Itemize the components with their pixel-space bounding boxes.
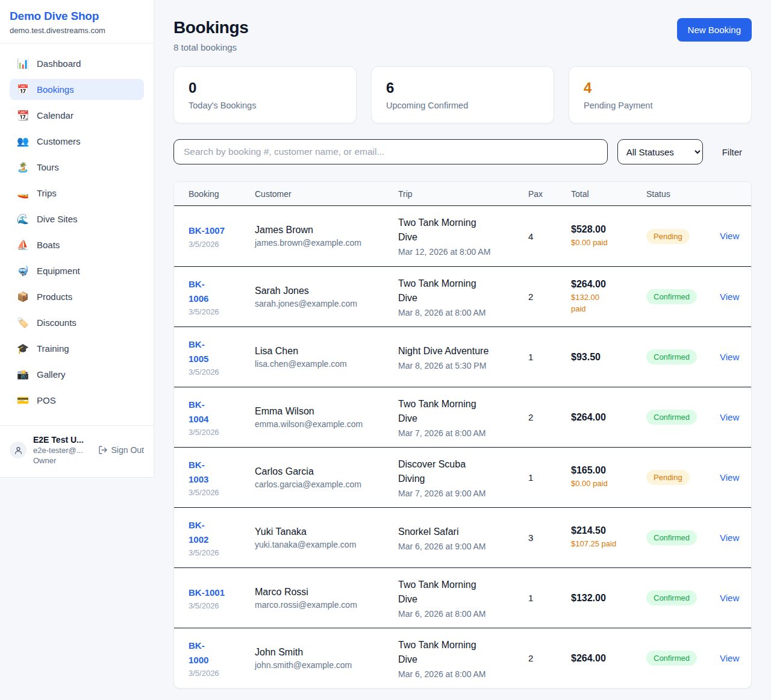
stat-card-todays-bookings: 0 Today's Bookings	[173, 66, 357, 123]
customer-cell: Marco Rossi marco.rossi@example.com	[255, 587, 398, 610]
sidebar-item-dashboard[interactable]: 📊 Dashboard	[10, 53, 144, 74]
sidebar-item-discounts[interactable]: 🏷️ Discounts	[10, 312, 144, 333]
stat-value: 4	[584, 80, 737, 96]
status-cell: Confirmed	[646, 530, 720, 545]
sign-out-label: Sign Out	[111, 445, 144, 455]
trip-name: Night Dive Adventure	[398, 344, 528, 358]
sidebar-item-boats[interactable]: ⛵ Boats	[10, 234, 144, 255]
trip-cell: Discover Scuba Diving Mar 7, 2026 at 9:0…	[398, 457, 528, 498]
booking-id-link[interactable]: BK- 1003	[189, 458, 208, 486]
status-select[interactable]: All Statuses	[617, 139, 703, 164]
booking-id-link[interactable]: BK- 1000	[189, 639, 208, 667]
sidebar-nav: 📊 Dashboard 📅 Bookings 📆 Calendar 👥 Cust…	[0, 43, 154, 420]
trip-datetime: Mar 6, 2026 at 8:00 AM	[398, 669, 528, 679]
customer-email: carlos.garcia@example.com	[255, 480, 398, 489]
trip-datetime: Mar 8, 2026 at 5:30 PM	[398, 361, 528, 370]
status-badge: Confirmed	[646, 410, 697, 425]
customer-name: Marco Rossi	[255, 587, 398, 598]
status-badge: Confirmed	[646, 530, 697, 545]
view-link[interactable]: View	[720, 412, 739, 422]
sidebar-item-training[interactable]: 🎓 Training	[10, 338, 144, 359]
log-out-icon	[98, 445, 108, 455]
page-title: Bookings	[173, 18, 248, 37]
booking-cell: BK-1007 3/5/2026	[189, 223, 255, 248]
view-link[interactable]: View	[720, 533, 739, 543]
customer-name: James Brown	[255, 225, 398, 236]
package-icon: 📦	[17, 291, 29, 302]
status-cell: Confirmed	[646, 349, 720, 364]
trip-name: Two Tank Morning Dive	[398, 638, 528, 667]
view-link[interactable]: View	[720, 352, 739, 362]
customer-name: Sarah Jones	[255, 286, 398, 296]
stat-value: 6	[386, 80, 539, 96]
trip-name: Discover Scuba Diving	[398, 457, 528, 486]
booking-cell: BK- 1004 3/5/2026	[189, 398, 255, 437]
page-subtitle: 8 total bookings	[173, 42, 248, 52]
brand-name: Demo Dive Shop	[10, 10, 144, 23]
sidebar-item-pos[interactable]: 💳 POS	[10, 390, 144, 411]
booking-id-link[interactable]: BK- 1002	[189, 518, 208, 546]
avatar	[10, 442, 27, 458]
sidebar-item-calendar[interactable]: 📆 Calendar	[10, 105, 144, 126]
customer-email: lisa.chen@example.com	[255, 359, 398, 369]
tag-icon: 🏷️	[17, 317, 29, 328]
status-cell: Confirmed	[646, 590, 720, 605]
total-cell: $264.00	[571, 412, 646, 423]
column-header-status: Status	[646, 189, 720, 199]
total-amount: $132.00	[571, 593, 646, 604]
sidebar-item-label: Equipment	[37, 266, 80, 276]
customer-email: marco.rossi@example.com	[255, 600, 398, 610]
pax-cell: 1	[528, 472, 571, 483]
sidebar-item-products[interactable]: 📦 Products	[10, 286, 144, 307]
view-link[interactable]: View	[720, 653, 739, 663]
view-link[interactable]: View	[720, 292, 739, 302]
booking-id-link[interactable]: BK-1007	[189, 223, 225, 237]
trip-name: Two Tank Morning Dive	[398, 397, 528, 426]
booking-id-link[interactable]: BK- 1005	[189, 337, 208, 366]
status-cell: Confirmed	[646, 289, 720, 304]
customer-email: yuki.tanaka@example.com	[255, 540, 398, 549]
customer-email: emma.wilson@example.com	[255, 419, 398, 429]
sidebar-item-equipment[interactable]: 🤿 Equipment	[10, 260, 144, 281]
booking-id-link[interactable]: BK- 1004	[189, 398, 208, 426]
table-header-row: Booking Customer Trip Pax Total Status	[174, 182, 751, 206]
sidebar-item-bookings[interactable]: 📅 Bookings	[10, 79, 144, 100]
customer-cell: Emma Wilson emma.wilson@example.com	[255, 406, 398, 429]
people-icon: 👥	[17, 136, 29, 147]
booking-id-link[interactable]: BK- 1006	[189, 277, 208, 305]
trip-name: Two Tank Morning Dive	[398, 578, 528, 607]
trip-cell: Two Tank Morning Dive Mar 6, 2026 at 8:0…	[398, 578, 528, 619]
sidebar-item-trips[interactable]: 🚤 Trips	[10, 183, 144, 204]
booking-date: 3/5/2026	[189, 428, 255, 437]
table-body: BK-1007 3/5/2026 James Brown james.brown…	[174, 206, 751, 688]
sidebar-item-customers[interactable]: 👥 Customers	[10, 131, 144, 152]
total-amount: $264.00	[571, 279, 646, 290]
view-link[interactable]: View	[720, 472, 739, 483]
total-cell: $264.00	[571, 653, 646, 664]
view-link[interactable]: View	[720, 593, 739, 603]
sign-out-button[interactable]: Sign Out	[98, 445, 144, 455]
stats-row: 0 Today's Bookings 6 Upcoming Confirmed …	[173, 66, 752, 123]
app: Demo Dive Shop demo.test.divestreams.com…	[0, 0, 771, 700]
actions-cell: View	[720, 292, 741, 302]
booking-cell: BK-1001 3/5/2026	[189, 586, 255, 610]
customer-email: james.brown@example.com	[255, 238, 398, 248]
column-header-booking: Booking	[189, 189, 255, 199]
booking-id-link[interactable]: BK-1001	[189, 586, 225, 599]
filter-button[interactable]: Filter	[713, 142, 752, 162]
sidebar-item-tours[interactable]: 🏝️ Tours	[10, 157, 144, 178]
trip-cell: Two Tank Morning Dive Mar 7, 2026 at 8:0…	[398, 397, 528, 438]
sidebar-item-label: Discounts	[37, 317, 76, 328]
stat-label: Today's Bookings	[189, 101, 342, 110]
actions-cell: View	[720, 593, 741, 604]
sidebar: Demo Dive Shop demo.test.divestreams.com…	[0, 0, 154, 478]
total-amount: $264.00	[571, 653, 646, 664]
calendar-icon: 📅	[17, 84, 29, 95]
table-row: BK- 1002 3/5/2026 Yuki Tanaka yuki.tanak…	[174, 507, 751, 567]
sidebar-item-dive-sites[interactable]: 🌊 Dive Sites	[10, 208, 144, 230]
actions-cell: View	[720, 412, 741, 423]
sidebar-item-gallery[interactable]: 📸 Gallery	[10, 364, 144, 385]
search-input[interactable]	[173, 139, 608, 164]
view-link[interactable]: View	[720, 231, 739, 241]
new-booking-button[interactable]: New Booking	[677, 18, 752, 42]
